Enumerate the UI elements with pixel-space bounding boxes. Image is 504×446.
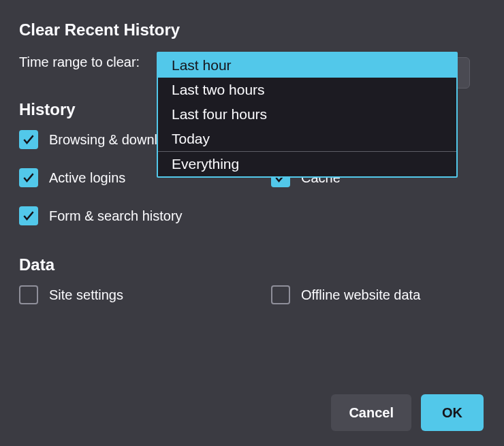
check-icon xyxy=(22,171,35,185)
dropdown-option-last-hour[interactable]: Last hour xyxy=(158,53,456,78)
checkbox-input[interactable] xyxy=(19,130,38,149)
checkbox-input[interactable] xyxy=(19,168,38,187)
dialog-buttons: Cancel OK xyxy=(331,394,484,431)
checkbox-label: Site settings xyxy=(49,287,123,303)
cancel-button[interactable]: Cancel xyxy=(331,394,411,431)
checkbox-input[interactable] xyxy=(19,206,38,225)
dropdown-option-last-four-hours[interactable]: Last four hours xyxy=(158,102,456,127)
data-section-title: Data xyxy=(19,255,485,274)
dropdown-option-everything[interactable]: Everything xyxy=(158,152,456,176)
data-checkbox-grid: Site settings Offline website data xyxy=(19,285,485,304)
ok-button[interactable]: OK xyxy=(421,394,484,431)
dialog-title: Clear Recent History xyxy=(19,20,485,39)
dropdown-option-today[interactable]: Today xyxy=(158,127,456,151)
checkbox-form-search[interactable]: Form & search history xyxy=(19,206,271,225)
checkbox-label: Active logins xyxy=(49,170,125,186)
checkbox-input[interactable] xyxy=(271,285,290,304)
check-icon xyxy=(22,209,35,223)
dropdown-option-last-two-hours[interactable]: Last two hours xyxy=(158,78,456,102)
check-icon xyxy=(22,133,35,146)
time-range-label: Time range to clear: xyxy=(19,54,140,70)
checkbox-label: Form & search history xyxy=(49,208,183,224)
checkbox-offline-data[interactable]: Offline website data xyxy=(271,285,485,304)
time-range-dropdown[interactable]: Last hour Last two hours Last four hours… xyxy=(157,52,458,178)
checkbox-site-settings[interactable]: Site settings xyxy=(19,285,271,304)
checkbox-label: Offline website data xyxy=(301,287,420,303)
checkbox-input[interactable] xyxy=(19,285,38,304)
